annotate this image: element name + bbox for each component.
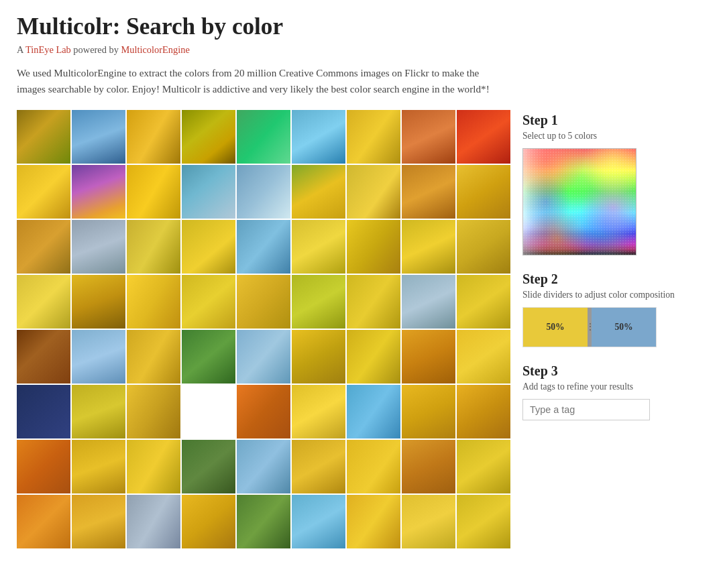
grid-cell[interactable] <box>182 495 235 548</box>
grid-cell[interactable] <box>237 440 290 493</box>
grid-cell[interactable] <box>457 220 510 274</box>
grid-cell[interactable] <box>292 330 345 384</box>
grid-cell[interactable] <box>127 220 180 274</box>
main-layout: Step 1 Select up to 5 colors <box>17 110 704 548</box>
grid-cell[interactable] <box>237 275 290 329</box>
color-swatch-blue[interactable]: 50% <box>592 308 656 347</box>
grid-cell[interactable] <box>237 165 290 219</box>
grid-cell[interactable] <box>182 275 235 329</box>
grid-cell[interactable] <box>402 330 455 384</box>
grid-cell[interactable] <box>72 220 125 274</box>
grid-cell[interactable] <box>457 495 510 548</box>
grid-cell[interactable] <box>127 440 180 493</box>
grid-cell[interactable] <box>17 330 70 384</box>
grid-cell[interactable] <box>402 275 455 329</box>
grid-cell[interactable] <box>127 330 180 384</box>
grid-cell[interactable] <box>292 220 345 274</box>
step3-description: Add tags to refine your results <box>522 381 704 392</box>
grid-cell[interactable] <box>72 110 125 164</box>
grid-cell[interactable] <box>292 440 345 493</box>
step2-title: Step 2 <box>522 272 704 287</box>
grid-cell[interactable] <box>17 165 70 219</box>
grid-cell[interactable] <box>72 275 125 329</box>
tag-input[interactable] <box>522 399 650 420</box>
grid-cell[interactable] <box>457 275 510 329</box>
grid-cell[interactable] <box>347 110 400 164</box>
grid-cell[interactable] <box>17 440 70 493</box>
grid-cell[interactable] <box>17 275 70 329</box>
grid-cell[interactable] <box>182 110 235 164</box>
image-grid-container <box>17 110 502 548</box>
grid-cell[interactable] <box>347 440 400 493</box>
grid-cell[interactable] <box>72 165 125 219</box>
grid-cell[interactable] <box>127 495 180 548</box>
grid-cell[interactable] <box>292 275 345 329</box>
grid-cell[interactable] <box>457 385 510 438</box>
grid-cell[interactable] <box>402 165 455 219</box>
grid-cell[interactable] <box>402 110 455 164</box>
grid-cell[interactable] <box>457 330 510 384</box>
grid-cell[interactable] <box>237 110 290 164</box>
step3-title: Step 3 <box>522 363 704 379</box>
grid-cell[interactable] <box>182 220 235 274</box>
grid-cell[interactable] <box>127 385 180 438</box>
grid-cell[interactable] <box>292 385 345 438</box>
grid-cell[interactable] <box>72 330 125 384</box>
step3-section: Step 3 Add tags to refine your results <box>522 363 704 420</box>
grid-cell[interactable] <box>72 440 125 493</box>
grid-cell[interactable] <box>127 275 180 329</box>
grid-cell[interactable] <box>347 385 400 438</box>
grid-cell[interactable] <box>402 385 455 438</box>
grid-cell[interactable] <box>292 110 345 164</box>
grid-cell[interactable] <box>72 385 125 438</box>
grid-cell[interactable] <box>402 495 455 548</box>
grid-cell[interactable] <box>17 110 70 164</box>
step2-section: Step 2 Slide dividers to adjust color co… <box>522 272 704 347</box>
grid-cell[interactable] <box>457 165 510 219</box>
step1-section: Step 1 Select up to 5 colors <box>522 113 704 255</box>
grid-cell[interactable] <box>347 495 400 548</box>
grid-cell[interactable] <box>292 495 345 548</box>
grid-cell[interactable] <box>182 440 235 493</box>
step2-description: Slide dividers to adjust color compositi… <box>522 290 704 300</box>
grid-cell[interactable] <box>402 440 455 493</box>
step1-description: Select up to 5 colors <box>522 131 704 141</box>
grid-cell[interactable] <box>127 110 180 164</box>
color-swatch-yellow[interactable]: 50% <box>523 308 588 347</box>
intro-text: We used MulticolorEngine to extract the … <box>17 65 500 98</box>
tineye-link[interactable]: TinEye Lab <box>25 44 71 55</box>
svg-rect-1 <box>523 149 636 255</box>
yellow-pct-label: 50% <box>546 322 564 333</box>
color-picker[interactable] <box>522 148 636 255</box>
grid-cell[interactable] <box>347 275 400 329</box>
grid-cell[interactable] <box>292 165 345 219</box>
grid-cell[interactable] <box>347 330 400 384</box>
grid-cell[interactable] <box>457 440 510 493</box>
grid-cell[interactable] <box>457 110 510 164</box>
grid-cell[interactable] <box>182 385 235 438</box>
grid-cell[interactable] <box>347 220 400 274</box>
grid-cell[interactable] <box>237 495 290 548</box>
color-divider[interactable]: 50% ⋮ 50% <box>522 307 657 347</box>
grid-cell[interactable] <box>347 165 400 219</box>
grid-cell[interactable] <box>182 165 235 219</box>
grid-cell[interactable] <box>127 165 180 219</box>
grid-cell[interactable] <box>182 330 235 384</box>
multicolorengine-link[interactable]: MulticolorEngine <box>121 44 190 55</box>
grid-cell[interactable] <box>237 220 290 274</box>
step1-title: Step 1 <box>522 113 704 128</box>
blue-pct-label: 50% <box>614 322 632 333</box>
grid-cell[interactable] <box>17 495 70 548</box>
grid-cell[interactable] <box>402 220 455 274</box>
grid-cell[interactable] <box>237 330 290 384</box>
grid-cell[interactable] <box>17 220 70 274</box>
grid-cell[interactable] <box>17 385 70 438</box>
image-grid <box>17 110 502 548</box>
grid-cell[interactable] <box>237 385 290 438</box>
sidebar: Step 1 Select up to 5 colors <box>522 110 704 420</box>
grid-cell[interactable] <box>72 495 125 548</box>
page-title: Multicolr: Search by color <box>17 13 704 40</box>
subtitle: A TinEye Lab powered by MulticolorEngine <box>17 44 704 56</box>
